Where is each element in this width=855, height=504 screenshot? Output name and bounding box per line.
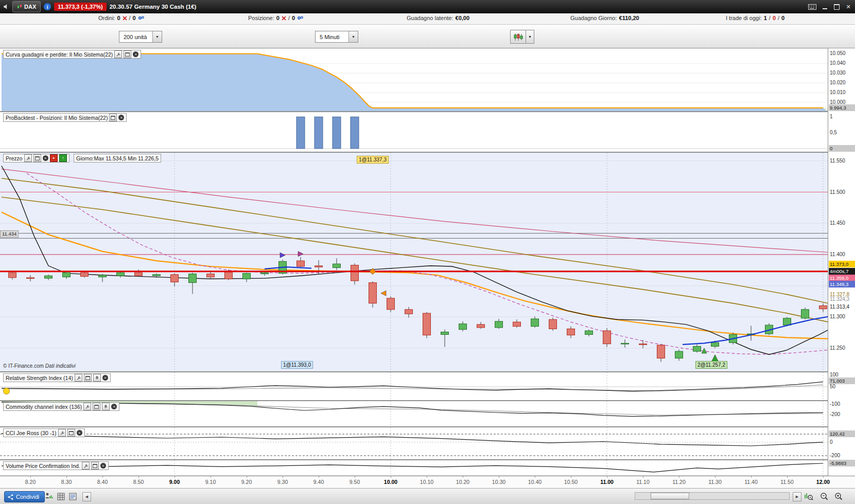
scale-label: -200 xyxy=(830,453,840,458)
scale-label: 10.020 xyxy=(830,80,846,85)
order-list-icon[interactable] xyxy=(67,491,78,502)
panel-window-icon[interactable] xyxy=(33,154,41,162)
vpci-chart[interactable] xyxy=(0,460,828,475)
tri-left-marker xyxy=(381,291,386,296)
candle-up xyxy=(459,324,467,330)
panel-title: Relative Strength Index (14) xyxy=(6,375,73,381)
candle-up xyxy=(711,343,719,346)
price-scale-column: 10.05010.04010.03010.02010.01010.0009.99… xyxy=(828,48,855,476)
panel-header-cci: Commodity channel index (136) × xyxy=(3,402,119,411)
wrench-icon[interactable] xyxy=(83,403,91,410)
vpci xyxy=(2,463,823,472)
x-axis-label: 11.00 xyxy=(600,479,614,485)
wrench-icon[interactable] xyxy=(58,429,66,437)
zoom-selection-icon[interactable] xyxy=(803,491,814,502)
zoom-out-icon[interactable] xyxy=(818,491,830,502)
panel-divider[interactable] xyxy=(0,400,855,401)
candle-down xyxy=(603,331,611,344)
panel-header-positions: ProBacktest - Posizioni: Il Mio Sistema(… xyxy=(3,113,127,122)
panel-header-rsi: Relative Strength Index (14) × xyxy=(3,373,111,382)
buy-order-icon[interactable]: ↑ xyxy=(59,154,67,162)
wrench-icon[interactable] xyxy=(82,462,90,470)
close-icon[interactable]: × xyxy=(118,115,124,120)
zoom-in-icon[interactable] xyxy=(833,491,844,502)
wrench-icon[interactable] xyxy=(24,154,32,162)
panel-window-icon[interactable] xyxy=(67,429,75,437)
trader-stats-icon[interactable] xyxy=(43,491,55,502)
candle-down xyxy=(315,266,323,267)
candle-down xyxy=(9,273,16,278)
x-axis-label: 11.40 xyxy=(744,479,758,485)
panel-window-icon[interactable] xyxy=(84,374,92,382)
close-icon[interactable]: × xyxy=(77,430,82,436)
candle-down xyxy=(549,319,557,329)
day-range-box: Giorno:Max 11.534,5 Min 11.226,5 xyxy=(74,154,161,163)
panel-divider[interactable] xyxy=(0,152,855,153)
wrench-icon[interactable] xyxy=(75,374,82,382)
price-level-label: 11.313,4 xyxy=(830,304,849,310)
candle-up xyxy=(801,310,809,318)
candle-down xyxy=(207,274,215,277)
ma-orange xyxy=(2,212,828,339)
scale-label: 1 xyxy=(830,114,833,119)
close-icon[interactable]: × xyxy=(133,51,138,57)
price-tag: 4m00s,7 xyxy=(829,268,855,275)
panel-window-icon[interactable] xyxy=(124,50,131,58)
x-axis-label: 10.50 xyxy=(564,479,578,485)
candle-down xyxy=(225,272,233,279)
alert-icon[interactable] xyxy=(3,388,10,394)
alarm-bell-icon[interactable] xyxy=(93,374,101,382)
scale-label: 11.300 xyxy=(830,314,845,319)
candle-down xyxy=(477,325,485,328)
price-tag: 120,42 xyxy=(829,430,855,437)
position-bar xyxy=(315,117,323,149)
panel-divider[interactable] xyxy=(0,111,855,112)
panel-window-icon[interactable] xyxy=(93,403,100,410)
candle-up xyxy=(117,273,125,276)
close-icon[interactable]: × xyxy=(43,155,48,161)
panel-window-icon[interactable] xyxy=(91,462,99,470)
candle-up xyxy=(45,276,53,278)
x-axis-label: 9.20 xyxy=(241,479,252,485)
panel-title: CCI Joe Ross (30 -1) xyxy=(6,430,57,436)
cci-signal xyxy=(2,403,823,415)
cci-chart[interactable] xyxy=(0,401,828,426)
x-axis-label: 8.40 xyxy=(97,479,108,485)
panel-divider[interactable] xyxy=(0,426,855,427)
close-icon[interactable]: × xyxy=(102,375,108,381)
panel-window-icon[interactable] xyxy=(109,114,117,121)
scrollbar-thumb[interactable] xyxy=(651,493,689,499)
status-bar: Condividi ◀ ▶ xyxy=(0,488,855,504)
panel-divider[interactable] xyxy=(0,371,855,372)
candle-up xyxy=(495,321,503,328)
price-chart[interactable] xyxy=(0,153,828,371)
x-axis-label: 9.10 xyxy=(205,479,216,485)
horizontal-scrollbar[interactable] xyxy=(635,492,790,500)
scale-label: 50 xyxy=(830,384,835,389)
rsi-chart[interactable] xyxy=(0,372,828,400)
scale-label: 11.450 xyxy=(830,220,845,226)
x-axis-label: 10.30 xyxy=(492,479,505,485)
candle-down xyxy=(297,261,305,266)
scroll-left-button[interactable]: ◀ xyxy=(82,492,91,501)
ma-olive-2 xyxy=(2,197,828,323)
alarm-bell-icon[interactable] xyxy=(102,403,110,410)
orders-grid-icon[interactable] xyxy=(55,491,66,502)
price-tag: 0 xyxy=(829,145,855,152)
scale-label: 11.550 xyxy=(830,158,845,164)
position-bar xyxy=(296,117,305,149)
candle-up xyxy=(153,275,161,276)
close-icon[interactable]: × xyxy=(100,463,106,469)
candle-down xyxy=(369,283,377,303)
ma-pink xyxy=(2,169,828,253)
candle-down xyxy=(351,265,359,281)
candle-down xyxy=(27,278,34,279)
close-icon[interactable]: × xyxy=(111,404,117,409)
share-button[interactable]: Condividi xyxy=(4,491,45,502)
candle-down xyxy=(639,344,647,345)
sell-order-icon[interactable]: + xyxy=(50,154,58,162)
scroll-right-button[interactable]: ▶ xyxy=(793,492,801,501)
joeross-chart[interactable] xyxy=(0,427,828,459)
wrench-icon[interactable] xyxy=(114,50,122,58)
panel-divider[interactable] xyxy=(0,459,855,460)
